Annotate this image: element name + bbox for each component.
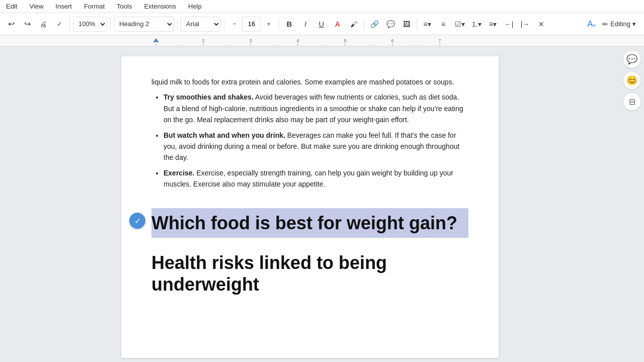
indent-less-button[interactable]: ←|	[502, 16, 516, 32]
print-button[interactable]: 🖨	[36, 16, 50, 32]
comment-button[interactable]: 💬	[383, 16, 397, 32]
editing-button[interactable]: ✏ Editing ▾	[598, 16, 640, 32]
bullet-text-3: Exercise, especially strength training, …	[164, 169, 453, 188]
emoji-icon: 😊	[626, 75, 637, 86]
bullet-list: Try smoothies and shakes. Avoid beverage…	[151, 92, 468, 190]
divider-7	[417, 18, 417, 30]
divider-6	[364, 18, 364, 30]
menu-help[interactable]: Help	[186, 2, 204, 11]
font-select[interactable]: Arial Times New Roman	[181, 17, 221, 32]
divider-3	[177, 18, 178, 30]
menu-tools[interactable]: Tools	[115, 2, 134, 11]
clear-format-button[interactable]: ✕	[534, 16, 548, 32]
sidebar-comment-button[interactable]: 💬	[623, 50, 641, 68]
font-size-increase[interactable]: +	[262, 16, 276, 32]
bold-button[interactable]: B	[282, 16, 296, 32]
minimize-icon: ⊟	[629, 97, 635, 107]
toolbar: ↩ ↪ 🖨 ✓ 100% 75% 125% Heading 2 Normal t…	[0, 13, 644, 35]
menu-extensions[interactable]: Extensions	[142, 2, 178, 11]
divider-1	[69, 18, 70, 30]
main-area: liquid milk to foods for extra protein a…	[0, 46, 644, 362]
highlight-button[interactable]: 🖌	[347, 16, 361, 32]
pencil-icon: ✏	[602, 20, 608, 28]
svg-text:2: 2	[202, 38, 204, 43]
sidebar-minimize-button[interactable]: ⊟	[623, 93, 641, 111]
paragraph-style-select[interactable]: Heading 2 Normal text Heading 1 Heading …	[114, 17, 174, 32]
list-item: Try smoothies and shakes. Avoid beverage…	[164, 92, 468, 125]
selected-heading-text: Which food is best for weight gain?	[151, 210, 468, 236]
ruler: 1 2 3 4 5 6 7	[0, 35, 644, 46]
font-size-decrease[interactable]: −	[227, 16, 242, 32]
svg-text:6: 6	[391, 38, 393, 43]
undo-button[interactable]: ↩	[4, 16, 18, 32]
bullet-bold-2: But watch what and when you drink.	[164, 131, 285, 139]
editing-dropdown-icon: ▾	[632, 20, 636, 28]
sidebar-emoji-button[interactable]: 😊	[623, 71, 641, 89]
svg-text:5: 5	[344, 38, 346, 43]
ruler-svg: 1 2 3 4 5 6 7	[0, 35, 644, 46]
bullets-button[interactable]: ≡	[436, 16, 450, 32]
font-size-input[interactable]	[242, 17, 261, 32]
selected-heading[interactable]: Which food is best for weight gain?	[151, 208, 468, 238]
section-heading: Health risks linked to being underweight	[151, 252, 468, 295]
text-color-button[interactable]: A	[331, 16, 345, 32]
ordered-list-button[interactable]: ≡▾	[486, 16, 500, 32]
divider-4	[224, 18, 224, 30]
float-button[interactable]: ✓	[129, 213, 145, 229]
link-button[interactable]: 🔗	[367, 16, 381, 32]
bullet-bold-3: Exercise.	[164, 169, 195, 177]
underline-button[interactable]: U	[314, 16, 329, 32]
redo-button[interactable]: ↪	[20, 16, 34, 32]
divider-5	[279, 18, 279, 30]
doc-area[interactable]: liquid milk to foods for extra protein a…	[0, 46, 620, 362]
menu-format[interactable]: Format	[82, 2, 107, 11]
menu-view[interactable]: View	[27, 2, 45, 11]
menu-edit[interactable]: Edit	[4, 2, 19, 11]
bullet-bold-1: Try smoothies and shakes.	[164, 93, 254, 101]
svg-text:7: 7	[438, 38, 441, 43]
menu-insert[interactable]: Insert	[53, 2, 74, 11]
menu-bar: Edit View Insert Format Tools Extensions…	[0, 0, 644, 13]
list-item: Exercise. Exercise, especially strength …	[164, 167, 468, 190]
zoom-select[interactable]: 100% 75% 125%	[73, 17, 107, 32]
intro-text: liquid milk to foods for extra protein a…	[151, 76, 468, 87]
list-item: But watch what and when you drink. Bever…	[164, 130, 468, 163]
spell-check-icon: Aᵥ	[588, 19, 597, 29]
page: liquid milk to foods for extra protein a…	[121, 56, 499, 358]
comment-icon: 💬	[626, 54, 637, 65]
image-button[interactable]: 🖼	[399, 16, 414, 32]
font-size-group: − +	[227, 16, 276, 32]
selected-heading-block: ✓ Which food is best for weight gain?	[151, 200, 468, 242]
svg-text:4: 4	[296, 38, 299, 43]
toolbar-right: Aᵥ ✏ Editing ▾	[588, 16, 640, 32]
checklist-button[interactable]: ☑▾	[452, 16, 467, 32]
spell-button[interactable]: ✓	[52, 16, 66, 32]
align-button[interactable]: ≡▾	[420, 16, 434, 32]
divider-2	[110, 18, 111, 30]
numbered-list-button[interactable]: 1.▾	[469, 16, 484, 32]
svg-text:3: 3	[249, 38, 252, 43]
svg-rect-0	[0, 35, 644, 46]
float-button-icon: ✓	[134, 216, 141, 226]
indent-more-button[interactable]: |→	[518, 16, 532, 32]
right-sidebar: 💬 😊 ⊟	[620, 46, 644, 362]
editing-label: Editing	[610, 20, 630, 28]
italic-button[interactable]: I	[298, 16, 312, 32]
